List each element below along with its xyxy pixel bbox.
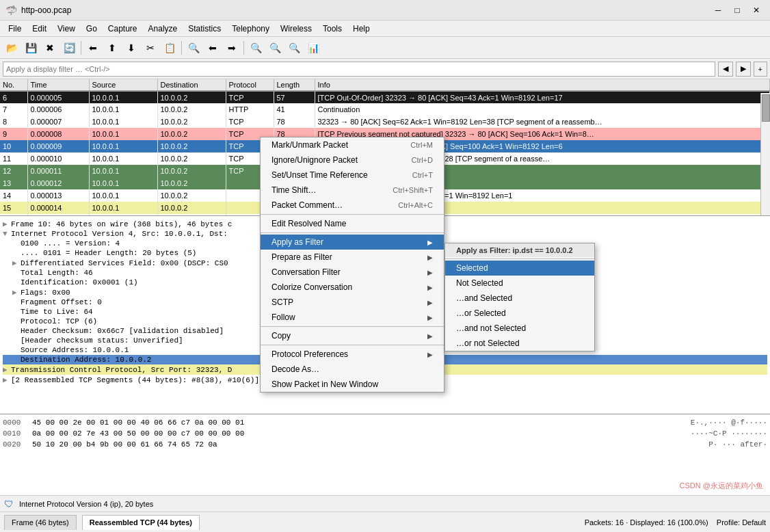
menu-item-label: Apply as Filter <box>271 237 323 247</box>
menu-separator <box>261 326 444 327</box>
context-menu-item[interactable]: Prepare as Filter▶ <box>261 250 444 265</box>
menu-item-label: Decode As… <box>271 364 319 374</box>
menu-edit[interactable]: Edit <box>27 21 52 36</box>
packet-scrollbar[interactable] <box>760 93 770 215</box>
toolbar-prev[interactable]: ⬅ <box>204 39 222 57</box>
toolbar-zoom-out[interactable]: 🔍 <box>266 39 284 57</box>
submenu-item[interactable]: …and Selected <box>445 291 594 306</box>
toolbar-close[interactable]: ✖ <box>41 39 59 57</box>
bottom-status-bar: 🛡 Internet Protocol Version 4 (ip), 20 b… <box>0 495 770 511</box>
context-menu-item[interactable]: Protocol Preferences▶ <box>261 347 444 362</box>
table-row[interactable]: 60.00000510.0.0.110.0.0.2TCP57[TCP Out-O… <box>0 91 770 103</box>
td-time: 0.000009 <box>27 140 89 152</box>
menu-wireless[interactable]: Wireless <box>275 21 317 36</box>
toolbar-cut[interactable]: ✂ <box>142 39 159 57</box>
col-time: Time <box>27 79 89 91</box>
context-menu-item[interactable]: Packet Comment…Ctrl+Alt+C <box>261 198 444 213</box>
td-time: 0.000010 <box>27 152 89 165</box>
toolbar-paste[interactable]: 📋 <box>161 39 178 57</box>
context-menu-item[interactable]: SCTP▶ <box>261 295 444 310</box>
filter-left-arrow[interactable]: ◀ <box>718 62 733 77</box>
status-tab-frame[interactable]: Frame (46 bytes) <box>4 515 77 530</box>
context-menu-item[interactable]: Edit Resolved Name <box>261 216 444 231</box>
col-no: No. <box>0 79 27 91</box>
td-no: 11 <box>0 152 27 165</box>
submenu-item[interactable]: Not Selected <box>445 276 594 291</box>
context-menu-item[interactable]: Follow▶ <box>261 310 444 325</box>
menu-item-label: Follow <box>271 312 295 322</box>
context-menu-item[interactable]: Time Shift…Ctrl+Shift+T <box>261 183 444 198</box>
menu-item-label: Conversation Filter <box>271 267 341 277</box>
detail-text: Destination Address: 10.0.0.2 <box>21 356 151 364</box>
toolbar-next[interactable]: ➡ <box>223 39 241 57</box>
detail-text: Differentiated Services Field: 0x00 (DSC… <box>21 259 228 267</box>
filter-right-arrow[interactable]: ▶ <box>736 62 751 77</box>
context-menu-item[interactable]: Mark/Unmark PacketCtrl+M <box>261 137 444 152</box>
menu-item-label: Colorize Conversation <box>271 282 352 292</box>
close-button[interactable]: ✕ <box>748 3 765 17</box>
menu-tools[interactable]: Tools <box>317 21 347 36</box>
expand-icon[interactable]: ▶ <box>12 288 19 297</box>
context-menu-item[interactable]: Conversation Filter▶ <box>261 265 444 280</box>
expand-icon[interactable]: ▶ <box>3 365 10 374</box>
expand-icon[interactable]: ▶ <box>12 258 19 267</box>
submenu-arrow-icon: ▶ <box>427 239 433 246</box>
menu-capture[interactable]: Capture <box>103 21 143 36</box>
td-proto: TCP <box>226 116 274 128</box>
toolbar: 📂 💾 ✖ 🔄 ⬅ ⬆ ⬇ ✂ 📋 🔍 ⬅ ➡ 🔍 🔍 🔍 📊 <box>0 37 770 59</box>
submenu-item[interactable]: …or Selected <box>445 306 594 321</box>
toolbar-zoom-reset[interactable]: 🔍 <box>285 39 303 57</box>
context-menu-item[interactable]: Set/Unset Time ReferenceCtrl+T <box>261 168 444 183</box>
table-row[interactable]: 70.00000610.0.0.110.0.0.2HTTP41Continuat… <box>0 103 770 116</box>
expand-icon[interactable]: ▼ <box>3 230 10 238</box>
toolbar-find[interactable]: 🔍 <box>185 39 202 57</box>
menu-analyze[interactable]: Analyze <box>143 21 183 36</box>
detail-text: Transmission Control Protocol, Src Port:… <box>11 366 232 374</box>
submenu-item[interactable]: …and not Selected <box>445 321 594 336</box>
toolbar-chart[interactable]: 📊 <box>304 39 322 57</box>
menu-help[interactable]: Help <box>347 21 375 36</box>
menu-file[interactable]: File <box>3 21 27 36</box>
submenu-header: Apply as Filter: ip.dst == 10.0.0.2 <box>445 243 594 257</box>
context-menu-item[interactable]: Apply as Filter▶ <box>261 235 444 250</box>
menu-telephony[interactable]: Telephony <box>226 21 275 36</box>
menu-view[interactable]: View <box>52 21 81 36</box>
td-dst: 10.0.0.2 <box>157 116 226 128</box>
filter-input[interactable] <box>3 62 715 77</box>
minimize-button[interactable]: ─ <box>710 3 726 17</box>
toolbar-save[interactable]: 💾 <box>22 39 40 57</box>
toolbar-zoom-in[interactable]: 🔍 <box>247 39 265 57</box>
context-menu-item[interactable]: Show Packet in New Window <box>261 377 444 392</box>
detail-text: Fragment Offset: 0 <box>21 298 102 306</box>
toolbar-back[interactable]: ⬅ <box>84 39 102 57</box>
expand-icon[interactable]: ▶ <box>3 220 10 228</box>
td-len: 57 <box>274 91 315 103</box>
menu-go[interactable]: Go <box>81 21 103 36</box>
menu-statistics[interactable]: Statistics <box>183 21 226 36</box>
context-menu-item[interactable]: Ignore/Unignore PacketCtrl+D <box>261 152 444 168</box>
maximize-button[interactable]: □ <box>729 3 745 17</box>
expand-icon[interactable]: ▶ <box>3 375 10 384</box>
hex-row: 00100a 00 00 02 7e 43 00 50 00 00 00 c7 … <box>3 428 767 439</box>
submenu-arrow-icon: ▶ <box>427 314 433 321</box>
td-dst: 10.0.0.2 <box>157 128 226 140</box>
toolbar-down[interactable]: ⬇ <box>122 39 140 57</box>
toolbar-open[interactable]: 📂 <box>3 39 21 57</box>
context-menu-item[interactable]: Colorize Conversation▶ <box>261 280 444 295</box>
submenu-item[interactable]: …or not Selected <box>445 336 594 351</box>
context-menu-item[interactable]: Decode As… <box>261 362 444 377</box>
submenu-item[interactable]: Selected <box>445 261 594 276</box>
filter-plus-button[interactable]: + <box>754 62 767 77</box>
status-tab-tcp[interactable]: Reassembled TCP (44 bytes) <box>82 515 200 530</box>
td-no: 10 <box>0 140 27 152</box>
context-menu-item[interactable]: Copy▶ <box>261 328 444 343</box>
toolbar-forward[interactable]: ⬆ <box>103 39 121 57</box>
menu-separator <box>261 214 444 215</box>
td-dst: 10.0.0.2 <box>157 177 226 189</box>
td-len: 78 <box>274 116 315 128</box>
hex-ascii: ····~C·P ········ <box>691 429 767 438</box>
hex-offset: 0020 <box>3 440 27 449</box>
table-row[interactable]: 80.00000710.0.0.110.0.0.2TCP7832323 → 80… <box>0 116 770 128</box>
toolbar-reload[interactable]: 🔄 <box>60 39 78 57</box>
td-time: 0.000013 <box>27 189 89 202</box>
